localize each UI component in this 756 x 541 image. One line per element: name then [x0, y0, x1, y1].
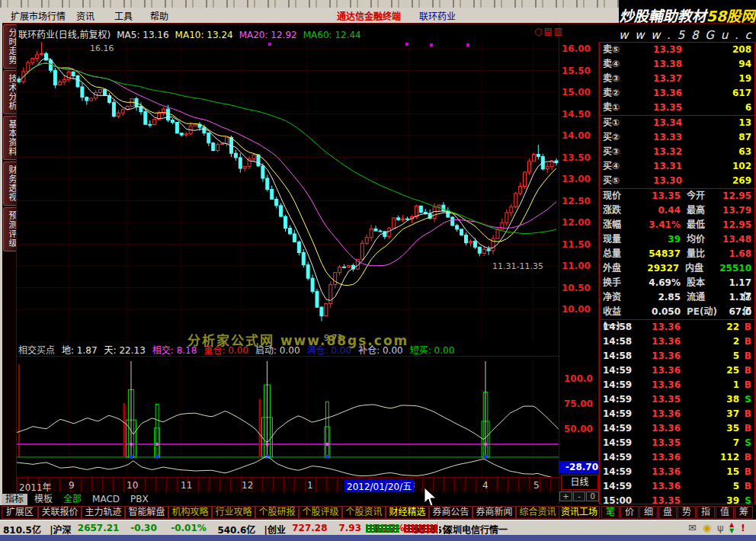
info-label: 总量 — [603, 247, 638, 261]
status-segment: 7.93 — [338, 523, 361, 533]
zoom---button[interactable]: - — [573, 491, 586, 501]
buy-row[interactable]: 买⑤13.30269 — [600, 174, 754, 188]
tick-row[interactable]: 14:5813.365B — [600, 349, 754, 363]
info-value: 12.95 — [722, 189, 751, 203]
info-value: 0.44 — [638, 203, 681, 218]
sidebar-item-技术分析[interactable]: 技术分析 — [3, 70, 17, 114]
status-segment: -0.30 — [130, 523, 157, 533]
sell-row[interactable]: 卖④13.3894 — [600, 57, 754, 72]
info-label: 外盘 — [603, 261, 637, 276]
formula-tab-MACD[interactable]: MACD — [88, 494, 123, 505]
char-tab-值[interactable]: 值 — [716, 506, 734, 519]
sidebar-item-基本资料[interactable]: 基本资料 — [3, 116, 17, 160]
menu-item-帮助[interactable]: 帮助 — [150, 9, 168, 22]
bottom-tab-券商公告[interactable]: 券商公告 — [429, 506, 472, 519]
buy-queue: 买①13.3413买②13.3387买③13.3263买④13.31102买⑤1… — [600, 116, 754, 188]
sell-row[interactable]: 卖①13.356 — [600, 101, 754, 115]
date-label: 5 — [533, 480, 540, 491]
menu-bar: 扩展市场行情资讯工具帮助 通达信金融终端 联环药业 — [0, 8, 619, 24]
indicator-param: 地: 1.87 — [62, 345, 98, 356]
bottom-tab-机构攻略[interactable]: 机构攻略 — [168, 506, 212, 519]
char-tab-笔[interactable]: 笔 — [601, 506, 620, 519]
date-label: 2011年 — [19, 480, 52, 493]
bottom-tab-个股评级[interactable]: 个股评级 — [299, 506, 342, 519]
tick-row[interactable]: 14:5913.3538S — [600, 392, 754, 407]
price-axis: 16.0015.5015.0014.5014.0013.5013.0012.50… — [562, 42, 598, 347]
tick-row[interactable]: 14:5913.361B — [600, 378, 754, 392]
menu-item-工具[interactable]: 工具 — [114, 9, 133, 22]
char-tab-指[interactable]: 指 — [697, 506, 715, 519]
server-name[interactable]: 深圳电信行情一 — [444, 523, 508, 536]
zoom-controls[interactable]: +-0 — [559, 491, 599, 501]
buy-row[interactable]: 买④13.31102 — [600, 159, 754, 174]
tick-list[interactable]: 14:5813.3622B14:5813.362B14:5813.365B14:… — [600, 320, 754, 508]
tick-row[interactable]: 14:5913.357S — [600, 436, 754, 450]
tick-row[interactable]: 14:5913.36112B — [600, 450, 754, 465]
tick-row[interactable]: 14:5813.3622B — [600, 320, 754, 335]
sidebar-item-分时走势[interactable]: 分时走势 — [3, 24, 17, 69]
date-label: 4 — [482, 480, 489, 491]
char-tab-盘[interactable]: 盘 — [658, 506, 677, 519]
ma-label: MA20: 12.92 — [239, 30, 297, 40]
terminal-brand-label: 通达信金融终端 — [337, 9, 401, 22]
buy-row[interactable]: 买②13.3387 — [600, 130, 754, 145]
menu-item-资讯[interactable]: 资讯 — [76, 9, 94, 22]
queue-volume: 63 — [682, 145, 751, 159]
sell-row[interactable]: 卖⑤13.39208 — [600, 43, 754, 57]
sidebar-item-预测评级[interactable]: 预测评级 — [3, 207, 17, 251]
bottom-tab-个股研报[interactable]: 个股研报 — [255, 506, 299, 519]
indicator-chart[interactable] — [17, 357, 559, 477]
tick-volume: 35 — [681, 421, 739, 436]
char-tab-势[interactable]: 势 — [678, 506, 696, 519]
period-label[interactable]: 日线 — [561, 475, 598, 490]
sell-row[interactable]: 卖②13.36617 — [600, 86, 754, 101]
queue-label: 卖④ — [603, 57, 635, 72]
tick-time: 14:59 — [603, 465, 635, 479]
bottom-tab-主力轨迹[interactable]: 主力轨迹 — [82, 506, 125, 519]
bottom-tab-关联报价[interactable]: 关联报价 — [38, 506, 82, 519]
candlestick-chart[interactable] — [17, 42, 559, 341]
formula-tab-模板[interactable]: 模板 — [30, 494, 56, 505]
bottom-tab-行业攻略[interactable]: 行业攻略 — [212, 506, 255, 519]
char-tab-细[interactable]: 细 — [639, 506, 658, 519]
mail-icon[interactable]: ✉ — [688, 522, 697, 533]
buy-row[interactable]: 买①13.3413 — [600, 116, 754, 130]
bottom-tab-券商新闻[interactable]: 券商新闻 — [472, 506, 516, 519]
clipped-toolbar-strip — [0, 0, 619, 8]
menu-item-扩展市场行情[interactable]: 扩展市场行情 — [11, 9, 66, 22]
sell-row[interactable]: 卖③13.3719 — [600, 72, 754, 86]
zoom-0-button[interactable]: 0 — [586, 491, 599, 501]
tick-direction: S — [739, 436, 751, 450]
bottom-tab-财经精选[interactable]: 财经精选 — [386, 506, 429, 519]
zoom-+-button[interactable]: + — [559, 491, 572, 501]
buy-row[interactable]: 买③13.3263 — [600, 145, 754, 159]
antenna-icon[interactable]: ψ — [717, 522, 724, 533]
bottom-tab-个股资讯[interactable]: 个股资讯 — [342, 506, 386, 519]
bottom-tab-资讯工场[interactable]: 资讯工场 — [559, 506, 600, 519]
smiley-icon[interactable]: ◉ — [703, 522, 711, 533]
formula-tab-全部[interactable]: 全部 — [59, 494, 85, 505]
tick-row[interactable]: 14:5913.3625B — [600, 363, 754, 378]
bottom-tab-智能解盘[interactable]: 智能解盘 — [125, 506, 168, 519]
updown-icon[interactable]: ▲▼ — [729, 522, 734, 534]
tick-row[interactable]: 14:5913.365B — [600, 479, 754, 494]
char-tab-价[interactable]: 价 — [620, 506, 639, 519]
info-row: 现量39均价13.48 — [600, 232, 754, 247]
sidebar-item-财务透视[interactable]: 财务透视 — [3, 162, 17, 206]
alert-icon[interactable]: ! — [741, 522, 745, 533]
tick-row[interactable]: 14:5813.362B — [600, 335, 754, 349]
bottom-tab-综合资讯[interactable]: 综合资讯 — [516, 506, 559, 519]
formula-tab-PBX[interactable]: PBX — [127, 494, 152, 505]
stock-tab-label[interactable]: 联环药业 — [419, 9, 456, 22]
bottom-tab-扩展区[interactable]: 扩展区 — [2, 506, 38, 519]
tick-price: 13.35 — [635, 436, 681, 450]
chart-corner-icons[interactable]: ○▤▥ — [534, 26, 564, 37]
char-tab-筹[interactable]: 筹 — [735, 506, 753, 519]
formula-tab-指标[interactable]: 指标 — [2, 494, 27, 505]
tick-row[interactable]: 14:5913.3635B — [600, 421, 754, 436]
price-tick-label: 11.00 — [562, 261, 598, 271]
info-label: 现价 — [603, 189, 638, 203]
tick-row[interactable]: 14:5913.3615B — [600, 465, 754, 479]
info-label: 内盘 — [679, 261, 719, 276]
tick-row[interactable]: 14:5913.3637B — [600, 407, 754, 421]
